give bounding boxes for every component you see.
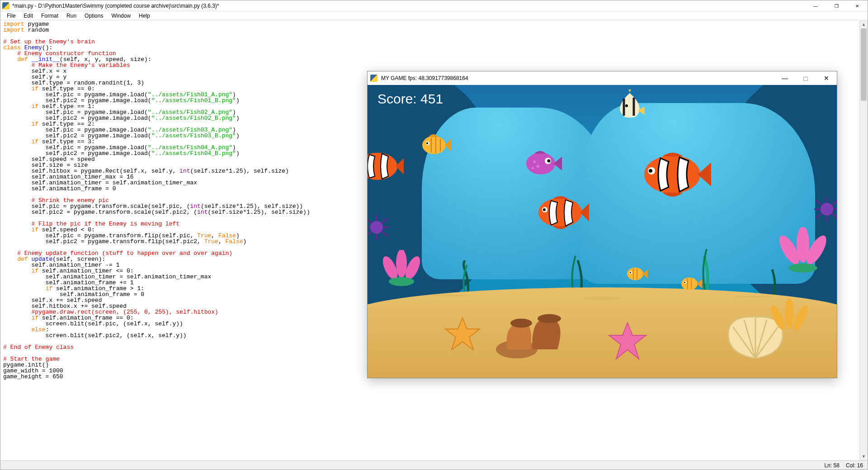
svg-point-37 [422,136,446,154]
menu-run[interactable]: Run [63,12,80,20]
score-label: Score: 451 [377,91,443,107]
fish-player-purple [524,148,562,178]
fish-clownfish [535,193,589,232]
svg-point-16 [370,221,383,234]
svg-point-61 [627,268,643,280]
svg-point-28 [538,314,561,323]
svg-point-39 [426,142,428,144]
game-title: MY GAME fps: 48.30917739868164 [381,75,468,81]
svg-point-60 [625,104,628,107]
menu-options[interactable]: Options [81,12,107,20]
pink-coral [778,227,828,274]
fish-yellow-small [625,265,648,283]
idle-menubar: File Edit Format Run Options Window Help [0,11,868,20]
svg-point-46 [526,153,555,174]
yellow-coral [769,295,810,337]
svg-point-55 [644,155,700,193]
idle-titlebar[interactable]: *main.py - D:\Python1Master\Swimmy (comp… [0,0,868,11]
sea-urchin [813,196,837,224]
close-button[interactable]: ✕ [847,0,868,11]
status-line: Ln: 58 [825,462,840,469]
svg-point-35 [785,298,794,329]
game-maximize-button[interactable]: ◻ [795,71,816,85]
svg-point-52 [538,198,582,227]
menu-edit[interactable]: Edit [20,12,37,20]
vertical-scrollbar[interactable]: ▲ ▼ [859,20,868,461]
fish-yellow [420,132,451,157]
maximize-button[interactable]: ❐ [826,0,847,11]
svg-point-51 [532,167,534,169]
menu-file[interactable]: File [3,12,19,20]
idle-title: *main.py - D:\Python1Master\Swimmy (comp… [12,3,219,9]
scroll-down-icon[interactable]: ▼ [860,452,868,461]
svg-point-49 [533,160,536,163]
python-icon [2,2,9,9]
fish-clownfish-large [639,148,711,200]
status-col: Col: 16 [846,462,863,469]
starfish [444,315,481,353]
svg-point-25 [821,203,833,216]
minimize-button[interactable]: — [805,0,826,11]
svg-point-63 [630,272,631,273]
pygame-window: MY GAME fps: 48.30917739868164 — ◻ ✕ [367,71,837,378]
starfish-pink [607,320,648,362]
svg-point-54 [543,208,546,211]
menu-format[interactable]: Format [38,12,62,20]
scroll-up-icon[interactable]: ▲ [860,20,868,28]
svg-point-48 [547,160,551,163]
game-titlebar[interactable]: MY GAME fps: 48.30917739868164 — ◻ ✕ [368,71,837,85]
fish-angelfish [614,89,646,121]
svg-point-68 [684,282,685,283]
fish-yellow-small [679,275,702,293]
pygame-icon [370,75,377,82]
svg-point-57 [649,169,652,173]
svg-point-7 [788,263,817,273]
svg-point-27 [510,319,532,328]
game-minimize-button[interactable]: — [774,71,795,85]
sea-urchin [368,214,390,242]
scrollbar-thumb[interactable] [861,28,867,101]
svg-point-50 [537,165,539,168]
game-canvas[interactable]: Score: 451 [368,85,837,378]
menu-help[interactable]: Help [135,12,154,20]
menu-window[interactable]: Window [108,12,134,20]
status-bar: Ln: 58 Col: 16 [0,461,868,470]
fish-clownfish [368,148,404,184]
rock-cluster [494,304,576,360]
svg-point-66 [681,277,698,290]
game-close-button[interactable]: ✕ [816,71,837,85]
